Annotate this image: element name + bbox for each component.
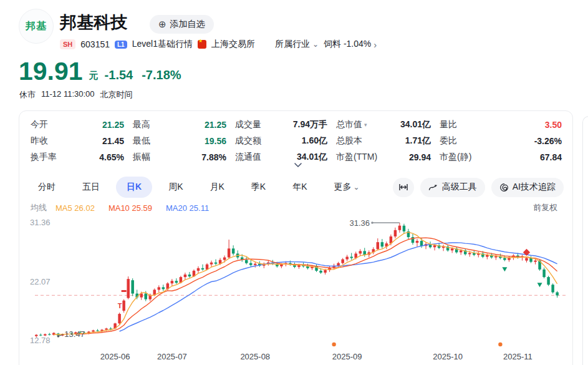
fit-width-icon (398, 183, 408, 192)
change-percent: -7.18% (142, 68, 181, 82)
chart-tools: 高级工具 AI技术追踪 (393, 178, 564, 197)
y-axis-tick: 12.78 (30, 336, 51, 345)
stat-value: 19.56 (205, 136, 226, 146)
quote-block: 19.91 元 -1.54 -7.18% (19, 59, 181, 84)
candle-body (162, 287, 165, 289)
stat-value: 1.71亿 (405, 135, 431, 147)
caret-down-icon: ▾ (364, 122, 367, 128)
tab-五日[interactable]: 五日 (82, 182, 100, 193)
stats-grid: 今开21.25最高21.25成交量7.94万手总市值▾34.01亿量比3.50昨… (19, 117, 572, 165)
expand-stats-chevron[interactable] (292, 162, 304, 169)
candle-body (48, 334, 51, 335)
tab-日K[interactable]: 日K (116, 177, 152, 198)
stat-成交量: 成交量7.94万手 (235, 119, 327, 130)
stat-总市值[interactable]: 总市值▾34.01亿 (336, 119, 431, 130)
stat-label: 换手率 (31, 152, 57, 163)
candle-body (145, 294, 148, 299)
tab-季K[interactable]: 季K (251, 182, 266, 193)
stat-流通值: 流通值34.01亿 (235, 152, 327, 163)
market-status: 休市 (19, 89, 36, 100)
x-axis-label: 2025-09 (329, 352, 366, 361)
candle-body (416, 241, 419, 243)
candle-body (324, 270, 327, 273)
stat-value: 34.01亿 (400, 119, 431, 130)
tab-更多[interactable]: 更多⌄ (334, 182, 360, 193)
ai-tracking-button[interactable]: AI技术追踪 (491, 178, 564, 197)
industry-link[interactable]: 饲料 -1.04% › (324, 39, 377, 50)
stat-量比: 量比3.50 (440, 119, 562, 130)
low-annotation-label: 13.47 (64, 329, 85, 339)
candle-body (210, 263, 213, 265)
stat-value: 29.94 (409, 152, 431, 162)
fit-width-button[interactable] (393, 178, 414, 197)
candle-body (359, 251, 362, 253)
stat-label: 市盈(TTM) (336, 152, 377, 163)
candle-body (197, 268, 200, 271)
candle-body (171, 281, 174, 283)
stat-昨收: 昨收21.45 (31, 135, 124, 147)
tab-label: 更多 (334, 182, 352, 193)
stat-label: 委比 (440, 135, 457, 147)
stat-振幅: 振幅7.88% (133, 152, 226, 163)
candle-body (223, 258, 226, 260)
stat-label: 昨收 (31, 135, 48, 147)
stats-row: 今开21.25最高21.25成交量7.94万手总市值▾34.01亿量比3.50 (31, 117, 562, 133)
candle-body (297, 265, 301, 267)
tab-月K[interactable]: 月K (210, 182, 224, 193)
candle-body (228, 248, 231, 257)
event-marker-triangle-down (537, 283, 542, 287)
x-axis-label: 2025-08 (236, 352, 274, 361)
candle-body (158, 287, 161, 290)
exchange-name: 上海交易所 (211, 39, 255, 50)
stat-成交额: 成交额1.60亿 (235, 135, 327, 147)
adjacent-panel-edge (582, 116, 588, 365)
stat-今开: 今开21.25 (31, 119, 124, 130)
chevron-down-icon: ⌄ (312, 40, 319, 49)
candle-body (105, 328, 108, 329)
adjust-mode-selector[interactable]: 前复权 (533, 202, 557, 213)
candle-body (92, 331, 95, 332)
candle-body (341, 260, 344, 263)
tab-分时[interactable]: 分时 (38, 182, 55, 193)
candle-body (433, 245, 436, 247)
x-axis-label: 2025-11 (499, 352, 536, 361)
tab-label: 月K (210, 182, 224, 193)
add-watchlist-button[interactable]: ⊕ 添加自选 (150, 15, 214, 34)
advanced-tools-button[interactable]: 高级工具 (420, 178, 485, 197)
x-axis-months: 2025-062025-072025-082025-092025-102025-… (19, 352, 572, 363)
chevron-down-icon: ⌄ (354, 183, 360, 192)
advanced-tools-label: 高级工具 (442, 182, 477, 193)
stat-市盈(TTM): 市盈(TTM)29.94 (336, 152, 431, 163)
candlestick-chart[interactable]: T31.3622.0712.7831.3613.47 (19, 216, 574, 351)
event-marker-triangle-down (502, 267, 507, 271)
add-watchlist-label: 添加自选 (170, 19, 205, 30)
chart-period-tabbar: 分时五日日K周K月K季K年K更多⌄ 高级工具 (19, 175, 572, 199)
change-value: -1.54 (105, 68, 133, 82)
candle-body (420, 241, 423, 246)
stat-label: 最低 (133, 135, 150, 147)
ma-legend-title: 均线 (31, 202, 47, 213)
stat-value: 67.84 (540, 152, 562, 162)
candle-body (503, 258, 506, 260)
stock-logo-avatar: 邦基 (19, 9, 54, 44)
stat-委比: 委比-3.26% (440, 135, 562, 147)
candle-body (96, 331, 99, 331)
industry-selector[interactable]: 所属行业 ⌄ (275, 39, 319, 50)
ai-tracking-label: AI技术追踪 (513, 182, 556, 193)
candle-body (451, 248, 454, 250)
candle-body (280, 265, 283, 266)
candle-body (381, 242, 384, 246)
stat-最低: 最低19.56 (133, 135, 226, 147)
candle-body (245, 260, 248, 263)
stats-row: 昨收21.45最低19.56成交额1.60亿总股本1.71亿委比-3.26% (31, 133, 562, 149)
level-quote-link[interactable]: Level1基础行情 (132, 39, 193, 50)
candle-body (201, 268, 205, 270)
stat-value: 1.60亿 (302, 135, 327, 147)
advanced-tools-icon (428, 183, 438, 192)
x-axis-label: 2025-07 (153, 352, 191, 361)
candle-body (525, 258, 528, 261)
tab-年K[interactable]: 年K (292, 182, 307, 193)
candle-body (184, 275, 187, 277)
candle-body (377, 242, 380, 249)
tab-周K[interactable]: 周K (168, 182, 183, 193)
